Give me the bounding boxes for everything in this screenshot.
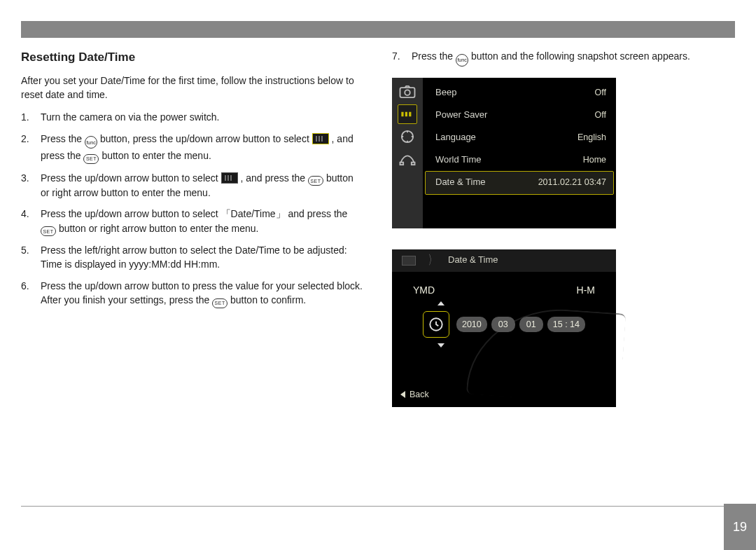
step-4: Press the up/down arrow button to select… — [21, 207, 364, 236]
icon-label: SET — [86, 156, 97, 161]
row-label: Date & Time — [435, 176, 486, 189]
column-headers: YMD H-M — [392, 283, 616, 297]
menu-row-language: Language English — [423, 127, 616, 149]
step-1: Turn the camera on via the power switch. — [21, 110, 364, 124]
step-text: button or right arrow button to enter th… — [59, 223, 259, 234]
camera-icon — [398, 82, 417, 102]
step-text: Press the up/down arrow button to select — [41, 172, 221, 184]
set-button-icon: SET — [83, 154, 99, 164]
set-button-icon: SET — [41, 226, 56, 236]
svg-rect-4 — [409, 111, 411, 116]
setup-icon — [398, 104, 417, 124]
step-7: Press the func button and the following … — [392, 49, 735, 67]
ymd-header: YMD — [413, 283, 435, 297]
icon-label: SET — [43, 229, 53, 234]
step-text: , and press the — [240, 172, 308, 184]
bracket-left: 「 — [221, 208, 231, 219]
icon-label: SET — [310, 179, 321, 184]
step-text: Press the — [41, 133, 85, 144]
content-columns: Resetting Date/Time After you set your D… — [21, 49, 735, 501]
icon-label: func — [457, 57, 466, 62]
steps-list: Turn the camera on via the power switch.… — [21, 110, 364, 308]
svg-rect-0 — [400, 88, 415, 97]
datetime-body: YMD H-M 2010 03 01 15 : 14 — [392, 272, 616, 407]
bracket-right: 」 — [276, 208, 286, 219]
menu-row-world-time: World Time Home — [423, 149, 616, 172]
step-text: Press the up/down arrow button to select — [41, 208, 218, 219]
right-column: Press the func button and the following … — [392, 49, 735, 501]
datetime-titlebar: 〉 Date & Time — [392, 249, 616, 272]
row-label: Power Saver — [435, 109, 487, 122]
row-label: Beep — [435, 86, 456, 99]
intro-text: After you set your Date/Time for the fir… — [21, 74, 364, 102]
step-text: button and the following snapshot screen… — [471, 50, 690, 62]
clock-format-icon — [423, 311, 449, 338]
set-button-icon: SET — [308, 176, 323, 186]
time-field: 15 : 14 — [547, 317, 585, 332]
menu-row-power-saver: Power Saver Off — [423, 104, 616, 127]
arrow-up-icon — [438, 301, 444, 305]
step-3: Press the up/down arrow button to select… — [21, 171, 364, 200]
setup-menu-icon — [312, 133, 329, 144]
screenshot-stack: Beep Off Power Saver Off Language Englis… — [392, 78, 735, 407]
steps-list-cont: Press the func button and the following … — [392, 49, 735, 67]
header-bar — [21, 21, 735, 38]
connection-icon — [398, 149, 417, 169]
step-5: Press the left/right arrow button to sel… — [21, 243, 364, 272]
arrow-down-icon — [438, 343, 444, 348]
hm-header: H-M — [577, 283, 595, 297]
back-indicator: Back — [400, 388, 429, 401]
camera-datetime-screenshot: 〉 Date & Time YMD H-M — [392, 249, 616, 407]
row-value: 2011.02.21 03:47 — [538, 176, 606, 188]
icon-label: func — [86, 140, 95, 145]
step-text: Press the left/right arrow button to sel… — [41, 245, 347, 270]
row-label: World Time — [435, 153, 482, 167]
step-text: Press the — [412, 50, 456, 62]
date-fields: 2010 03 01 15 : 14 — [423, 311, 585, 338]
back-caret-icon — [400, 391, 405, 398]
step-6: Press the up/down arrow button to press … — [21, 279, 364, 308]
svg-rect-3 — [405, 111, 407, 116]
step-text: button, press the up/down arrow button t… — [100, 133, 312, 144]
settings-submenu-icon — [221, 172, 238, 184]
page-number: 19 — [724, 504, 756, 550]
svg-point-1 — [405, 90, 410, 95]
year-field: 2010 — [456, 317, 487, 332]
footer-rule — [21, 506, 735, 507]
func-button-icon: func — [456, 54, 468, 67]
row-value: Off — [595, 86, 606, 99]
svg-point-5 — [402, 130, 413, 142]
back-label: Back — [410, 388, 429, 401]
icon-label: SET — [215, 301, 225, 305]
step-text: Press the up/down arrow button to press … — [41, 280, 363, 305]
set-button-icon: SET — [212, 298, 227, 308]
step-text: button to enter the menu. — [102, 150, 211, 161]
month-field: 03 — [491, 317, 515, 332]
left-column: Resetting Date/Time After you set your D… — [21, 49, 364, 501]
svg-rect-7 — [412, 162, 415, 165]
row-value: English — [578, 131, 606, 144]
camera-menu-screenshot: Beep Off Power Saver Off Language Englis… — [392, 78, 616, 228]
menu-main: Beep Off Power Saver Off Language Englis… — [423, 78, 616, 228]
step-text: Turn the camera on via the power switch. — [41, 111, 220, 123]
svg-rect-6 — [400, 162, 404, 165]
menu-sidebar — [392, 78, 423, 228]
step-2: Press the func button, press the up/down… — [21, 132, 364, 164]
row-label: Language — [435, 131, 476, 144]
day-field: 01 — [519, 317, 543, 332]
step-text: button to confirm. — [230, 294, 306, 305]
setup-mini-icon — [402, 256, 416, 266]
menu-item-name: Date/Time — [231, 208, 276, 219]
menu-row-date-time: Date & Time 2011.02.21 03:47 — [426, 172, 613, 194]
step-text: and press the — [288, 208, 348, 219]
section-title: Resetting Date/Time — [21, 49, 364, 67]
menu-row-beep: Beep Off — [423, 82, 616, 104]
mode-icon — [398, 127, 417, 146]
svg-rect-2 — [401, 111, 403, 116]
chevron-right-icon: 〉 — [428, 251, 436, 269]
screen-title: Date & Time — [448, 254, 498, 267]
row-value: Off — [595, 109, 606, 121]
row-value: Home — [583, 153, 606, 166]
page-number-value: 19 — [733, 520, 747, 535]
func-button-icon: func — [85, 136, 97, 149]
